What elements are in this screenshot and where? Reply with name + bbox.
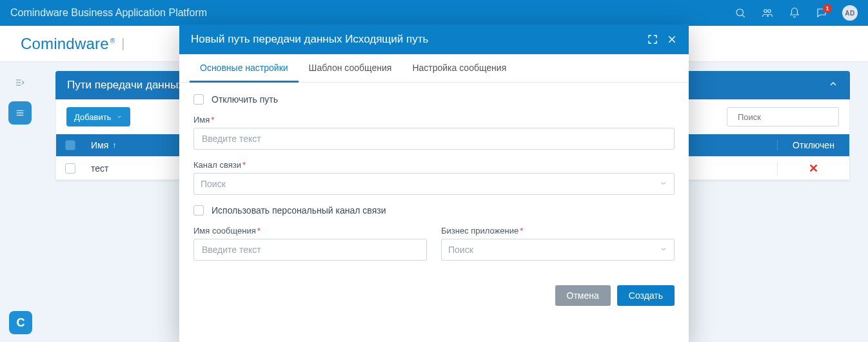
app-logo: Comindware®: [21, 35, 115, 53]
field-name: Имя*: [193, 115, 675, 150]
chevron-down-icon: [660, 245, 667, 255]
search-icon[interactable]: [734, 6, 747, 19]
modal-dialog: Новый путь передачи данных Исходящий пут…: [179, 25, 689, 342]
header-checkbox[interactable]: [56, 140, 84, 150]
people-icon[interactable]: [761, 6, 774, 19]
notification-badge: 1: [823, 4, 832, 13]
row-checkbox[interactable]: [56, 163, 84, 174]
app-chip-icon[interactable]: C: [9, 311, 32, 334]
disable-path-checkbox[interactable]: [193, 94, 204, 105]
app-header: Comindware Business Application Platform…: [0, 0, 868, 26]
modal-body: Отключить путь Имя* Канал связи* Поиск: [179, 83, 689, 276]
personal-channel-checkbox[interactable]: [193, 205, 204, 216]
hamburger-menu-button[interactable]: [8, 101, 32, 125]
message-name-input-wrap: [193, 239, 427, 261]
disable-path-label: Отключить путь: [212, 94, 278, 105]
column-disabled[interactable]: Отключен: [777, 140, 849, 150]
tab-message-template[interactable]: Шаблон сообщения: [299, 54, 402, 83]
name-input-wrap: [193, 128, 675, 150]
panel-title: Пути передачи данных: [67, 79, 184, 92]
modal-footer: Отмена Создать: [179, 276, 689, 317]
sort-asc-icon: ↑: [112, 141, 116, 150]
expand-icon[interactable]: [647, 34, 658, 45]
field-channel: Канал связи* Поиск: [193, 160, 675, 195]
personal-channel-label: Использовать персональный канал связи: [212, 205, 386, 216]
tab-main-settings[interactable]: Основные настройки: [190, 54, 299, 83]
disable-path-row: Отключить путь: [193, 94, 675, 105]
row-disabled-cell: ✕: [777, 161, 849, 176]
panel-collapse-icon[interactable]: [828, 79, 838, 92]
create-button[interactable]: Создать: [617, 285, 675, 306]
logo-reg: ®: [110, 37, 115, 45]
svg-line-1: [742, 15, 744, 17]
business-app-placeholder: Поиск: [448, 245, 473, 255]
chevron-down-icon: [660, 179, 667, 189]
avatar[interactable]: AD: [842, 5, 858, 21]
name-label: Имя*: [193, 115, 675, 125]
collapse-rail-icon[interactable]: [14, 77, 26, 90]
search-input[interactable]: [736, 112, 847, 123]
column-name-label: Имя: [91, 140, 108, 150]
svg-point-3: [768, 10, 771, 13]
close-icon[interactable]: [667, 34, 677, 45]
svg-point-2: [764, 10, 767, 13]
business-app-select[interactable]: Поиск: [441, 239, 675, 261]
modal-title: Новый путь передачи данных Исходящий пут…: [191, 33, 428, 46]
column-disabled-label: Отключен: [793, 140, 834, 150]
message-name-label: Имя сообщения*: [193, 226, 427, 236]
modal-header: Новый путь передачи данных Исходящий пут…: [179, 25, 689, 54]
add-button-label: Добавить: [74, 112, 111, 122]
brand-separator: |: [121, 36, 124, 51]
x-icon: ✕: [809, 161, 818, 176]
app-title: Comindware Business Application Platform: [10, 7, 207, 19]
add-button[interactable]: Добавить: [66, 107, 130, 126]
name-input[interactable]: [201, 133, 667, 145]
chevron-down-icon: [116, 112, 123, 122]
channel-placeholder: Поиск: [201, 179, 226, 189]
modal-tabs: Основные настройки Шаблон сообщения Наст…: [179, 54, 689, 83]
panel-search[interactable]: [727, 107, 839, 126]
field-business-app: Бизнес приложение* Поиск: [441, 226, 675, 261]
logo-text: Comindware: [21, 35, 109, 52]
message-name-input[interactable]: [201, 244, 420, 256]
business-app-label: Бизнес приложение*: [441, 226, 675, 236]
channel-label: Канал связи*: [193, 160, 675, 170]
left-rail: C: [0, 62, 40, 342]
personal-channel-row: Использовать персональный канал связи: [193, 205, 675, 216]
tab-message-config[interactable]: Настройка сообщения: [402, 54, 517, 83]
channel-select[interactable]: Поиск: [193, 173, 675, 195]
chat-icon[interactable]: 1: [815, 6, 828, 19]
svg-point-0: [736, 9, 744, 16]
field-message-name: Имя сообщения*: [193, 226, 427, 261]
bell-icon[interactable]: [788, 6, 801, 19]
cancel-button[interactable]: Отмена: [555, 285, 611, 306]
